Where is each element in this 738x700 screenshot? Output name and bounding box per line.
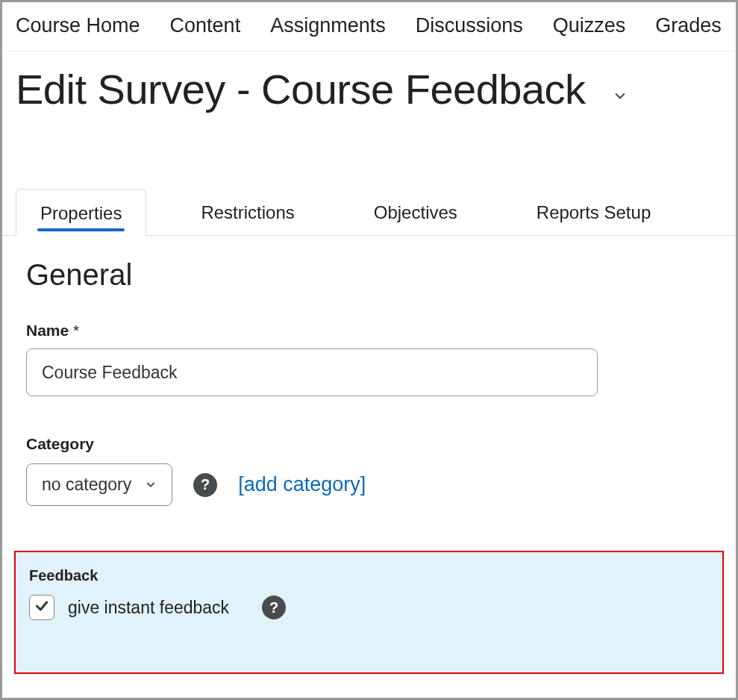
feedback-section-highlight: Feedback give instant feedback ? [14, 551, 724, 674]
feedback-legend: Feedback [29, 567, 709, 584]
name-label-row: Name * [26, 322, 722, 340]
nav-item-assignments[interactable]: Assignments [270, 14, 386, 37]
survey-actions-dropdown[interactable] [613, 90, 628, 104]
properties-form: General Name * Category no category ? [a… [2, 236, 736, 506]
category-select[interactable]: no category [26, 463, 172, 506]
chevron-down-icon [145, 475, 157, 495]
section-title-general: General [26, 258, 722, 292]
name-field-group: Name * [26, 322, 722, 396]
tab-restrictions[interactable]: Restrictions [176, 188, 319, 235]
name-label: Name [26, 322, 69, 339]
nav-item-content[interactable]: Content [170, 14, 241, 37]
page-title: Edit Survey - Course Feedback [16, 65, 586, 113]
survey-tabs: Properties Restrictions Objectives Repor… [2, 188, 736, 236]
survey-name-input[interactable] [26, 349, 598, 396]
tab-objectives[interactable]: Objectives [349, 188, 482, 235]
page-heading-row: Edit Survey - Course Feedback [16, 65, 736, 113]
category-label: Category [26, 435, 722, 453]
chevron-down-icon [613, 88, 628, 106]
category-help-button[interactable]: ? [193, 473, 217, 497]
instant-feedback-label: give instant feedback [68, 598, 229, 618]
category-field-group: Category no category ? [add category] [26, 435, 722, 506]
nav-item-grades[interactable]: Grades [655, 14, 722, 37]
instant-feedback-checkbox[interactable] [29, 595, 54, 620]
nav-item-course-home[interactable]: Course Home [16, 14, 140, 37]
category-select-value: no category [42, 475, 131, 495]
nav-item-discussions[interactable]: Discussions [416, 14, 523, 37]
add-category-link[interactable]: [add category] [238, 473, 366, 496]
required-mark: * [73, 322, 79, 339]
checkmark-icon [34, 598, 49, 618]
tab-reports-setup[interactable]: Reports Setup [512, 188, 675, 235]
feedback-row: give instant feedback ? [29, 595, 709, 620]
instant-feedback-help-button[interactable]: ? [262, 596, 286, 619]
course-nav: Course Home Content Assignments Discussi… [2, 2, 736, 51]
tab-properties[interactable]: Properties [16, 189, 146, 236]
nav-item-quizzes[interactable]: Quizzes [553, 14, 626, 37]
